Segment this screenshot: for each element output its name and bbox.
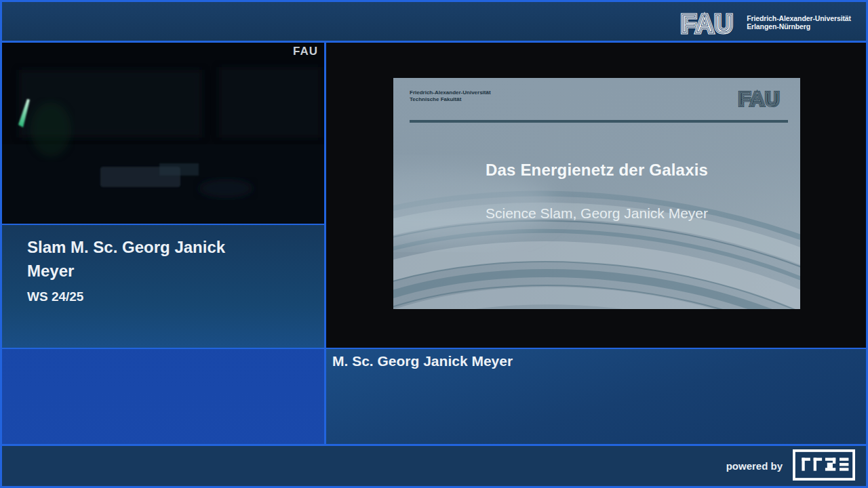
slide-org-line2: Technische Fakultät xyxy=(410,96,491,103)
footer-bar: powered by xyxy=(2,446,866,486)
slide-org-header: Friedrich-Alexander-Universität Technisc… xyxy=(410,89,491,103)
university-name-line2: Erlangen-Nürnberg xyxy=(747,22,851,31)
camera-video-pane[interactable]: FAU xyxy=(2,43,324,224)
fau-logo-icon: FAU FAU FAU xyxy=(680,8,738,37)
rrze-logo-icon xyxy=(792,449,856,481)
svg-text:FAU: FAU xyxy=(738,88,780,109)
svg-text:FAU: FAU xyxy=(681,9,734,37)
camera-caption-panel: Slam M. Sc. Georg Janick Meyer WS 24/25 xyxy=(2,225,324,348)
university-name: Friedrich-Alexander-Universität Erlangen… xyxy=(747,14,851,31)
fau-header-logo[interactable]: FAU FAU FAU Friedrich-Alexander-Universi… xyxy=(680,8,851,37)
camera-panel-bottom-line xyxy=(2,348,324,349)
lecture-hall-video-frame xyxy=(2,43,324,224)
slide-separator-rule xyxy=(410,120,788,123)
camera-caption-divider-line xyxy=(2,224,324,225)
slides-caption-divider-line xyxy=(326,348,866,349)
lecture-title: Slam M. Sc. Georg Janick Meyer xyxy=(27,235,254,283)
top-bar: FAU FAU FAU Friedrich-Alexander-Universi… xyxy=(2,2,866,41)
powered-by-label: powered by xyxy=(726,460,783,472)
video-portal-page: FAU FAU FAU Friedrich-Alexander-Universi… xyxy=(0,0,868,488)
presentation-slide: Friedrich-Alexander-Universität Technisc… xyxy=(393,78,800,309)
footer-divider-line xyxy=(0,444,868,446)
topbar-divider-line xyxy=(0,41,868,43)
slides-caption-panel: M. Sc. Georg Janick Meyer xyxy=(326,349,866,444)
slide-swirl-background xyxy=(393,78,800,309)
slides-video-pane[interactable]: Friedrich-Alexander-Universität Technisc… xyxy=(326,43,866,348)
slide-fau-logo-icon: FAU FAU FAU xyxy=(738,86,784,109)
speaker-silhouette xyxy=(31,102,71,157)
rrze-logo[interactable] xyxy=(792,449,856,483)
fau-watermark: FAU xyxy=(293,45,318,58)
slide-subtitle: Science Slam, Georg Janick Meyer xyxy=(393,205,800,222)
university-name-line1: Friedrich-Alexander-Universität xyxy=(747,14,851,23)
slide-org-line1: Friedrich-Alexander-Universität xyxy=(410,89,491,96)
column-divider-line xyxy=(324,41,326,445)
semester-label: WS 24/25 xyxy=(27,289,305,304)
speaker-name: M. Sc. Georg Janick Meyer xyxy=(332,353,866,369)
slide-title: Das Energienetz der Galaxis xyxy=(393,161,800,180)
